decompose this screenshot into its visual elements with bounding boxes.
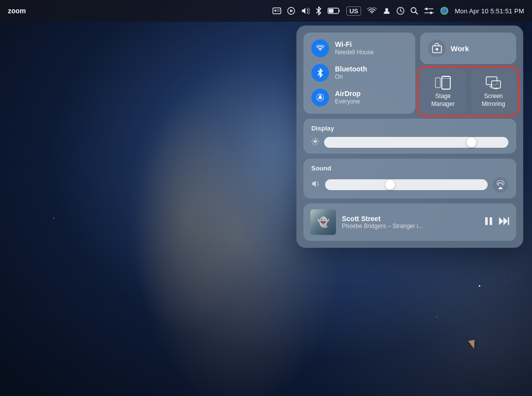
- app-name: zoom: [8, 7, 26, 15]
- svg-marker-42: [498, 187, 503, 189]
- now-playing-section: 👻 Scott Street Phoebe Bridgers – Strange…: [303, 203, 516, 241]
- bluetooth-sublabel: On: [335, 73, 367, 81]
- cc-top-row: Wi-Fi Needell House Bluetooth On: [303, 33, 516, 114]
- svg-point-23: [436, 48, 438, 51]
- airplay-audio-icon[interactable]: [493, 177, 508, 193]
- menubar: zoom: [0, 0, 532, 22]
- svg-point-16: [430, 12, 432, 14]
- svg-line-38: [313, 139, 314, 140]
- airdrop-icon-circle: [311, 89, 329, 106]
- bluetooth-item[interactable]: Bluetooth On: [311, 64, 407, 82]
- screen-mirroring-label: Screen Mirroring: [476, 93, 512, 108]
- bluetooth-text: Bluetooth On: [335, 65, 367, 81]
- brightness-thumb[interactable]: [466, 137, 476, 147]
- svg-line-40: [317, 139, 318, 140]
- brightness-slider-row: [311, 137, 508, 148]
- svg-rect-44: [490, 217, 492, 225]
- spotlight-icon[interactable]: [410, 7, 418, 15]
- svg-rect-0: [273, 8, 281, 14]
- svg-line-39: [317, 143, 318, 144]
- wifi-icon-circle: [311, 39, 329, 57]
- stage-manager-label: Stage Manager: [425, 93, 461, 108]
- svg-point-1: [274, 10, 276, 12]
- now-playing-text: Scott Street Phoebe Bridgers – Stranger …: [342, 215, 478, 230]
- keyboard-layout-icon[interactable]: US: [346, 6, 361, 16]
- album-ghost-emoji: 👻: [317, 216, 330, 228]
- work-icon-circle: [428, 39, 446, 57]
- svg-marker-46: [503, 217, 508, 225]
- svg-rect-24: [435, 78, 440, 88]
- svg-rect-43: [485, 217, 488, 225]
- stage-mirror-row: Stage Manager Screen Mirroring: [420, 69, 516, 114]
- siri-icon[interactable]: [440, 6, 449, 15]
- work-tile[interactable]: Work: [420, 33, 516, 64]
- stage-manager-button[interactable]: Stage Manager: [420, 69, 466, 114]
- airdrop-text: AirDrop Everyone: [335, 90, 361, 105]
- contact-card-icon[interactable]: [272, 6, 281, 15]
- svg-marker-45: [499, 217, 503, 225]
- svg-point-19: [440, 7, 448, 15]
- network-tile: Wi-Fi Needell House Bluetooth On: [303, 33, 415, 114]
- pause-button[interactable]: [484, 216, 494, 229]
- battery-icon[interactable]: [328, 7, 340, 14]
- volume-thumb[interactable]: [385, 180, 395, 190]
- wifi-label: Wi-Fi: [335, 40, 374, 49]
- svg-point-9: [385, 8, 388, 11]
- airdrop-sublabel: Everyone: [335, 98, 361, 106]
- bluetooth-label: Bluetooth: [335, 65, 367, 73]
- track-title: Scott Street: [342, 215, 478, 223]
- user-account-icon[interactable]: [383, 7, 391, 15]
- wifi-text: Wi-Fi Needell House: [335, 40, 374, 56]
- svg-rect-7: [339, 10, 340, 12]
- menubar-left: zoom: [8, 7, 26, 15]
- play-media-icon[interactable]: [287, 7, 295, 15]
- skip-forward-button[interactable]: [499, 217, 509, 228]
- svg-rect-30: [492, 81, 500, 88]
- screen-mirroring-button[interactable]: Screen Mirroring: [471, 69, 517, 114]
- brightness-icon: [311, 137, 319, 147]
- menubar-right: US: [272, 6, 524, 16]
- display-title: Display: [311, 125, 508, 132]
- bluetooth-icon-circle: [311, 64, 329, 82]
- volume-slider-row: [311, 177, 508, 193]
- volume-slider[interactable]: [325, 179, 488, 190]
- airdrop-item[interactable]: AirDrop Everyone: [311, 89, 407, 106]
- svg-rect-8: [329, 9, 333, 13]
- bluetooth-icon[interactable]: [316, 6, 322, 15]
- display-section: Display: [303, 119, 516, 154]
- wifi-menubar-icon[interactable]: [367, 7, 377, 14]
- work-label: Work: [451, 44, 469, 53]
- control-center-icon[interactable]: [424, 7, 434, 15]
- playback-controls: [484, 216, 509, 229]
- svg-line-41: [313, 143, 314, 144]
- svg-rect-47: [508, 217, 509, 225]
- svg-point-33: [314, 140, 317, 143]
- clock-icon[interactable]: [397, 7, 404, 15]
- brightness-slider[interactable]: [324, 137, 508, 148]
- svg-line-12: [416, 12, 418, 14]
- sound-title: Sound: [311, 165, 508, 172]
- control-center-panel: Wi-Fi Needell House Bluetooth On: [297, 26, 523, 248]
- airdrop-label: AirDrop: [335, 90, 361, 98]
- wifi-sublabel: Needell House: [335, 49, 374, 57]
- track-artist: Phoebe Bridgers – Stranger i...: [342, 223, 478, 230]
- album-art: 👻: [310, 209, 336, 235]
- menubar-time: Mon Apr 10 5:51:51 PM: [455, 7, 524, 15]
- svg-point-13: [426, 8, 428, 10]
- stage-mirror-group: Stage Manager Screen Mirroring: [420, 69, 516, 114]
- wifi-item[interactable]: Wi-Fi Needell House: [311, 39, 407, 57]
- volume-low-icon: [311, 180, 320, 189]
- volume-icon[interactable]: [301, 7, 310, 14]
- svg-marker-5: [290, 9, 293, 12]
- sound-section: Sound: [303, 159, 516, 198]
